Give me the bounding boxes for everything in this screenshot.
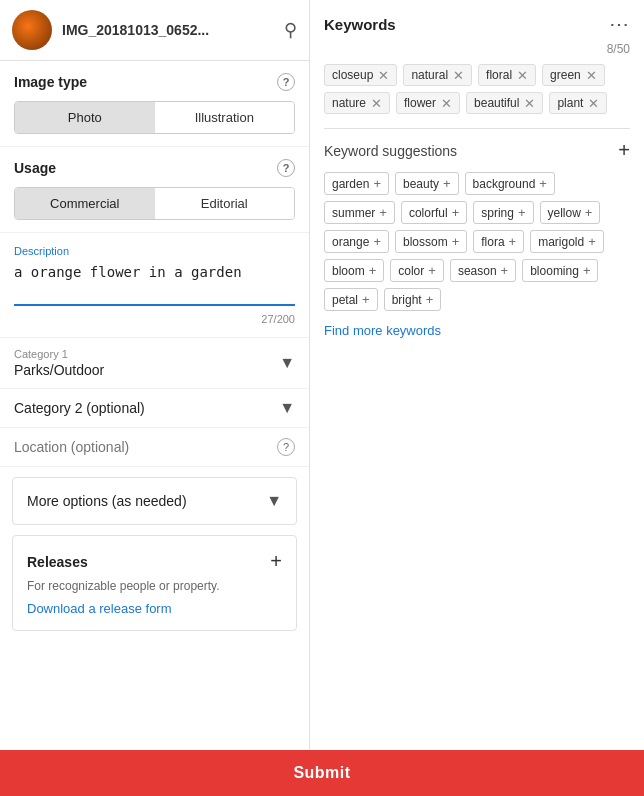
location-input[interactable] (14, 439, 277, 455)
keyword-remove-button[interactable]: ✕ (453, 69, 464, 82)
suggestion-label: beauty (403, 177, 439, 191)
category1-row[interactable]: Category 1 Parks/Outdoor ▼ (0, 338, 309, 389)
suggestion-tag[interactable]: flora+ (473, 230, 524, 253)
keyword-tag: green✕ (542, 64, 605, 86)
suggestion-add-icon: + (452, 234, 460, 249)
find-more-keywords-link[interactable]: Find more keywords (324, 323, 630, 338)
suggestion-add-icon: + (452, 205, 460, 220)
suggestion-tag[interactable]: summer+ (324, 201, 395, 224)
keyword-tag: plant✕ (549, 92, 607, 114)
category1-value: Parks/Outdoor (14, 362, 104, 378)
suggestion-add-icon: + (369, 263, 377, 278)
suggestion-label: background (473, 177, 536, 191)
suggestion-label: blooming (530, 264, 579, 278)
editorial-toggle[interactable]: Editorial (155, 188, 295, 219)
suggestion-add-icon: + (379, 205, 387, 220)
suggestion-tag[interactable]: color+ (390, 259, 444, 282)
location-row: ? (0, 428, 309, 467)
keyword-remove-button[interactable]: ✕ (586, 69, 597, 82)
releases-title: Releases (27, 554, 88, 570)
suggestion-tag[interactable]: blossom+ (395, 230, 467, 253)
right-panel: Keywords ⋯ 8/50 closeup✕natural✕floral✕g… (310, 0, 644, 750)
image-thumbnail (12, 10, 52, 50)
usage-help-icon[interactable]: ? (277, 159, 295, 177)
submit-bar[interactable]: Submit (0, 750, 644, 796)
description-label: Description (14, 245, 295, 257)
keyword-label: beautiful (474, 96, 519, 110)
commercial-toggle[interactable]: Commercial (15, 188, 155, 219)
suggestion-add-icon: + (501, 263, 509, 278)
suggestions-header: Keyword suggestions + (324, 139, 630, 162)
keyword-remove-button[interactable]: ✕ (378, 69, 389, 82)
suggestion-label: blossom (403, 235, 448, 249)
category2-label: Category 2 (optional) (14, 400, 145, 416)
keyword-remove-button[interactable]: ✕ (441, 97, 452, 110)
submit-button[interactable]: Submit (293, 764, 350, 782)
usage-section: Usage ? Commercial Editorial (0, 147, 309, 233)
photo-toggle[interactable]: Photo (15, 102, 155, 133)
suggestion-add-icon: + (588, 234, 596, 249)
keyword-remove-button[interactable]: ✕ (588, 97, 599, 110)
illustration-toggle[interactable]: Illustration (155, 102, 295, 133)
keyword-label: floral (486, 68, 512, 82)
keyword-label: plant (557, 96, 583, 110)
keyword-label: natural (411, 68, 448, 82)
keyword-label: nature (332, 96, 366, 110)
keyword-label: closeup (332, 68, 373, 82)
keyword-tag: closeup✕ (324, 64, 397, 86)
keyword-tag: beautiful✕ (466, 92, 543, 114)
left-panel: IMG_20181013_0652... ⚲ Image type ? Phot… (0, 0, 310, 750)
suggestion-tag[interactable]: bright+ (384, 288, 442, 311)
keyword-remove-button[interactable]: ✕ (517, 69, 528, 82)
category1-chevron-icon: ▼ (279, 354, 295, 372)
suggestion-label: summer (332, 206, 375, 220)
keywords-header: Keywords ⋯ (324, 12, 630, 36)
description-input[interactable]: a orange flower in a garden (14, 261, 295, 306)
description-section: Description a orange flower in a garden … (0, 233, 309, 338)
more-options-row[interactable]: More options (as needed) ▼ (12, 477, 297, 525)
suggestion-label: flora (481, 235, 504, 249)
suggestion-label: bright (392, 293, 422, 307)
keyword-tag: flower✕ (396, 92, 460, 114)
category2-row[interactable]: Category 2 (optional) ▼ (0, 389, 309, 428)
suggestion-tag[interactable]: colorful+ (401, 201, 467, 224)
keywords-more-menu[interactable]: ⋯ (609, 12, 630, 36)
suggestion-tag[interactable]: beauty+ (395, 172, 459, 195)
suggestion-add-icon: + (362, 292, 370, 307)
suggestion-label: marigold (538, 235, 584, 249)
category1-info: Category 1 Parks/Outdoor (14, 348, 104, 378)
suggestion-tag[interactable]: background+ (465, 172, 555, 195)
suggestion-add-icon: + (373, 176, 381, 191)
suggestion-add-icon: + (426, 292, 434, 307)
suggestion-tag[interactable]: marigold+ (530, 230, 604, 253)
suggestion-tag[interactable]: blooming+ (522, 259, 598, 282)
category2-chevron-icon: ▼ (279, 399, 295, 417)
suggestion-add-icon: + (373, 234, 381, 249)
releases-header: Releases + (27, 550, 282, 573)
suggestions-add-all-button[interactable]: + (618, 139, 630, 162)
suggestion-tag[interactable]: yellow+ (540, 201, 601, 224)
usage-label: Usage ? (14, 159, 295, 177)
suggestion-label: petal (332, 293, 358, 307)
suggestion-label: yellow (548, 206, 581, 220)
releases-section: Releases + For recognizable people or pr… (12, 535, 297, 631)
suggestion-add-icon: + (518, 205, 526, 220)
image-type-help-icon[interactable]: ? (277, 73, 295, 91)
releases-add-button[interactable]: + (270, 550, 282, 573)
releases-download-link[interactable]: Download a release form (27, 601, 172, 616)
keyword-remove-button[interactable]: ✕ (371, 97, 382, 110)
releases-description: For recognizable people or property. (27, 579, 282, 593)
keyword-remove-button[interactable]: ✕ (524, 97, 535, 110)
suggestion-tag[interactable]: garden+ (324, 172, 389, 195)
suggestion-tag[interactable]: orange+ (324, 230, 389, 253)
suggestion-tag[interactable]: season+ (450, 259, 516, 282)
filename: IMG_20181013_0652... (62, 22, 284, 38)
suggestion-tag[interactable]: petal+ (324, 288, 378, 311)
location-help-icon[interactable]: ? (277, 438, 295, 456)
category1-sub-label: Category 1 (14, 348, 104, 360)
zoom-icon[interactable]: ⚲ (284, 19, 297, 41)
more-options-chevron-icon: ▼ (266, 492, 282, 510)
suggestions-title: Keyword suggestions (324, 143, 457, 159)
suggestion-tag[interactable]: bloom+ (324, 259, 384, 282)
suggestion-tag[interactable]: spring+ (473, 201, 533, 224)
